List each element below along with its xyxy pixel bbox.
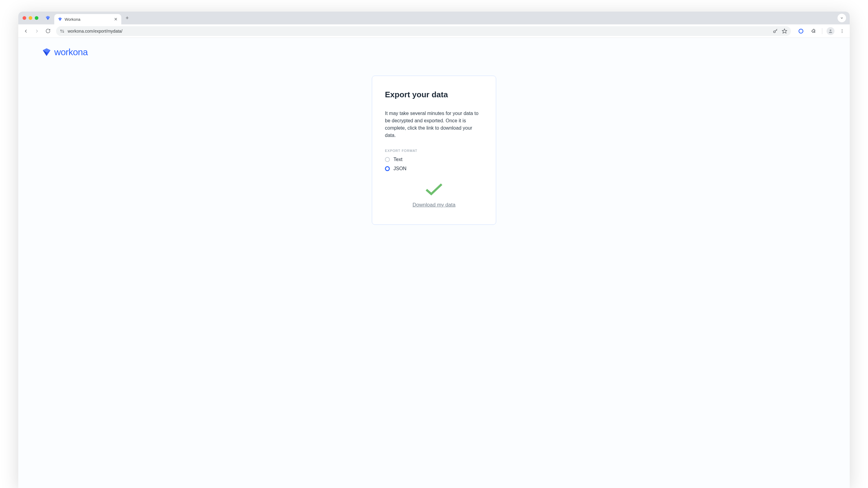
tab-favicon (58, 17, 62, 21)
brand-name: workona (54, 47, 88, 57)
page-content: workona Export your data It may take sev… (18, 38, 444, 250)
svg-point-2 (63, 31, 64, 32)
back-button[interactable] (21, 27, 30, 36)
card-title: Export your data (385, 90, 444, 99)
close-window-button[interactable] (23, 16, 26, 20)
export-format-label: EXPORT FORMAT (385, 149, 444, 152)
svg-point-0 (61, 30, 62, 31)
radio-icon (385, 157, 390, 162)
browser-window: Workona ✕ + workona.com/export/mydata/ (18, 11, 444, 250)
forward-button[interactable] (32, 27, 41, 36)
export-card: Export your data It may take several min… (372, 76, 444, 225)
workona-logo-icon (42, 48, 51, 57)
checkmark-icon (425, 182, 443, 196)
radio-icon-selected (385, 166, 390, 171)
tab-title: Workona (65, 17, 81, 22)
address-bar[interactable]: workona.com/export/mydata/ (56, 26, 444, 36)
radio-option-text[interactable]: Text (385, 157, 444, 162)
radio-option-json[interactable]: JSON (385, 166, 444, 171)
url-text: workona.com/export/mydata/ (68, 29, 123, 33)
success-indicator (385, 182, 444, 196)
browser-toolbar: workona.com/export/mydata/ (18, 24, 444, 38)
window-controls (23, 16, 38, 20)
maximize-window-button[interactable] (35, 16, 38, 20)
minimize-window-button[interactable] (29, 16, 32, 20)
pinned-tab-workona-icon[interactable] (45, 15, 51, 21)
reload-button[interactable] (43, 27, 53, 36)
brand-logo[interactable]: workona (42, 47, 88, 57)
radio-label-json: JSON (394, 166, 407, 171)
tab-strip: Workona ✕ + (18, 11, 444, 24)
close-tab-icon[interactable]: ✕ (114, 17, 118, 22)
active-tab[interactable]: Workona ✕ (54, 14, 121, 24)
card-description: It may take several minutes for your dat… (385, 110, 444, 139)
new-tab-button[interactable]: + (124, 15, 131, 21)
site-settings-icon[interactable] (60, 29, 65, 33)
radio-label-text: Text (394, 157, 402, 162)
download-my-data-link[interactable]: Download my data (385, 202, 444, 208)
